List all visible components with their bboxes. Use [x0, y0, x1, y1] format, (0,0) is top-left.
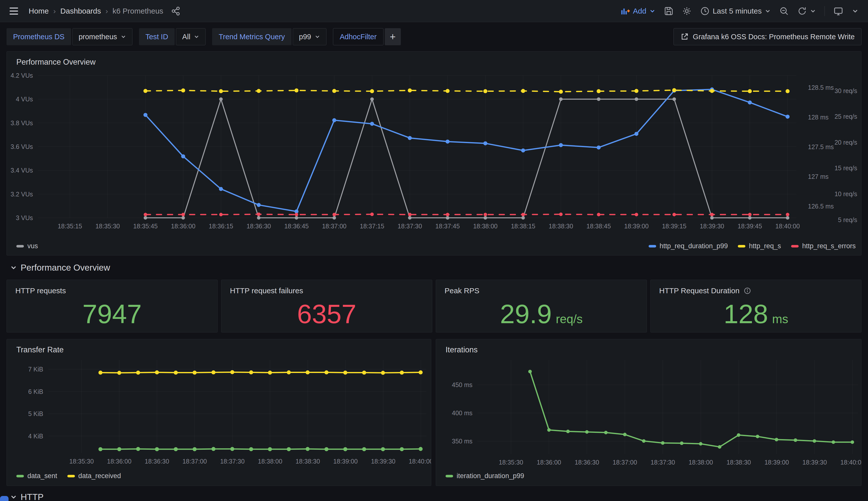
legend-item-iteration_duration_p99[interactable]: iteration_duration_p99 — [446, 472, 524, 480]
variable-label-test-id[interactable]: Test ID — [139, 28, 175, 45]
variable-value-test-id[interactable]: All — [176, 28, 206, 45]
svg-text:18:38:45: 18:38:45 — [586, 223, 611, 230]
zoom-out-time-icon[interactable] — [779, 6, 789, 16]
svg-text:18:36:30: 18:36:30 — [246, 223, 271, 230]
breadcrumb-current-dashboard: k6 Prometheus — [113, 7, 163, 15]
variable-value-text: All — [182, 33, 190, 41]
stat-panel-peak-rps: Peak RPS 29.9req/s — [436, 280, 647, 332]
svg-text:127.5 ms: 127.5 ms — [808, 143, 834, 150]
time-range-picker[interactable]: Last 5 minutes — [700, 6, 771, 16]
svg-text:4 KiB: 4 KiB — [28, 433, 43, 440]
add-button[interactable]: Add — [620, 6, 656, 16]
legend-item-http_req_duration_p99[interactable]: http_req_duration_p99 — [649, 242, 728, 250]
menu-icon[interactable] — [10, 8, 18, 14]
legend-item-http_req_s_errors[interactable]: http_req_s_errors — [791, 242, 856, 250]
svg-text:18:39:30: 18:39:30 — [802, 459, 827, 466]
stat-title[interactable]: HTTP Request Duration — [659, 287, 739, 295]
svg-text:18:37:30: 18:37:30 — [220, 458, 244, 465]
svg-text:18:40:00: 18:40:00 — [840, 459, 861, 466]
row-header-http[interactable]: HTTP — [10, 492, 43, 501]
refresh-icon — [798, 6, 807, 16]
dashboard-settings-icon[interactable] — [682, 6, 692, 16]
stat-unit: ms — [772, 312, 788, 326]
variable-value-trend-metrics-query[interactable]: p99 — [293, 28, 327, 45]
svg-text:18:36:15: 18:36:15 — [209, 223, 233, 230]
svg-text:350 ms: 350 ms — [452, 438, 472, 445]
legend-item-http_req_s[interactable]: http_req_s — [738, 242, 781, 250]
legend-swatch — [67, 475, 75, 477]
chevron-down-icon — [810, 8, 816, 14]
chart-legend: iteration_duration_p99 — [446, 472, 524, 480]
svg-text:18:35:15: 18:35:15 — [57, 223, 82, 230]
variable-value-prometheus-ds[interactable]: prometheus — [73, 28, 132, 45]
timeseries-chart[interactable]: 18:35:1518:35:3018:35:4518:36:0018:36:15… — [7, 52, 861, 256]
svg-text:18:37:30: 18:37:30 — [651, 459, 675, 466]
svg-text:18:38:15: 18:38:15 — [511, 223, 535, 230]
chevron-down-icon[interactable] — [852, 8, 858, 14]
variable-label-trend-metrics-query[interactable]: Trend Metrics Query — [212, 28, 291, 45]
svg-text:3 VUs: 3 VUs — [16, 214, 33, 221]
docs-link-text: Grafana k6 OSS Docs: Prometheus Remote W… — [693, 33, 855, 41]
variable-label-prometheus-ds[interactable]: Prometheus DS — [7, 28, 71, 45]
save-dashboard-icon[interactable] — [664, 6, 673, 16]
svg-text:3.8 VUs: 3.8 VUs — [11, 119, 33, 127]
svg-text:15 req/s: 15 req/s — [835, 164, 857, 171]
legend-item-data_sent[interactable]: data_sent — [17, 472, 57, 480]
breadcrumb-separator: › — [106, 7, 108, 15]
dashboard-controls: Prometheus DS prometheus Test ID All Tre… — [7, 28, 861, 45]
legend-swatch — [17, 245, 24, 247]
tv-cycle-view-icon[interactable] — [833, 6, 843, 16]
refresh-picker[interactable] — [798, 6, 816, 16]
stat-title[interactable]: Peak RPS — [444, 287, 479, 295]
svg-text:18:39:30: 18:39:30 — [700, 223, 724, 230]
row-title: Performance Overview — [21, 263, 110, 273]
row-header-performance-overview[interactable]: Performance Overview — [10, 263, 110, 273]
svg-text:18:38:00: 18:38:00 — [689, 459, 713, 466]
svg-text:18:36:30: 18:36:30 — [575, 459, 599, 466]
stat-panel-http-request-duration: HTTP Request Duration 128ms — [650, 280, 861, 332]
legend-item-vus[interactable]: vus — [17, 242, 38, 250]
row-title: HTTP — [21, 492, 43, 501]
add-panel-icon — [620, 6, 630, 16]
stat-panel-http-request-failures: HTTP request failures 6357 — [221, 280, 432, 332]
breadcrumb-dashboards[interactable]: Dashboards — [60, 7, 101, 15]
stat-value: 6357 — [297, 298, 356, 330]
variable-value-text: p99 — [299, 33, 311, 41]
svg-text:18:39:00: 18:39:00 — [624, 223, 649, 230]
legend-label: data_received — [78, 472, 121, 480]
svg-text:18:40:00: 18:40:00 — [775, 223, 800, 230]
panel-iterations: Iterations 18:35:3018:36:0018:36:3018:37… — [436, 339, 861, 486]
stat-title[interactable]: HTTP requests — [15, 287, 66, 295]
variable-value-text: prometheus — [79, 33, 117, 41]
adhoc-filter-label[interactable]: AdhocFilter — [333, 28, 384, 45]
breadcrumb-home[interactable]: Home — [29, 7, 49, 15]
svg-text:18:37:00: 18:37:00 — [322, 223, 346, 230]
timeseries-chart[interactable]: 18:35:3018:36:0018:36:3018:37:0018:37:30… — [7, 339, 431, 486]
add-filter-button[interactable]: + — [385, 28, 401, 45]
legend-label: data_sent — [28, 472, 57, 480]
legend-label: http_req_s — [749, 242, 781, 250]
svg-text:18:36:00: 18:36:00 — [171, 223, 195, 230]
corner-accent — [0, 496, 9, 501]
svg-text:18:38:30: 18:38:30 — [296, 458, 320, 465]
svg-text:30 req/s: 30 req/s — [835, 87, 857, 94]
docs-link-button[interactable]: Grafana k6 OSS Docs: Prometheus Remote W… — [673, 28, 861, 45]
svg-text:18:37:15: 18:37:15 — [360, 223, 384, 230]
svg-text:18:39:45: 18:39:45 — [738, 223, 762, 230]
chevron-down-icon — [121, 34, 126, 40]
stat-value: 128 — [724, 298, 768, 330]
stat-title[interactable]: HTTP request failures — [230, 287, 303, 295]
svg-text:6 KiB: 6 KiB — [28, 388, 43, 395]
info-icon[interactable] — [744, 287, 751, 295]
timeseries-chart[interactable]: 18:35:3018:36:0018:36:3018:37:0018:37:30… — [436, 339, 861, 486]
stat-value: 29.9 — [500, 298, 552, 330]
svg-text:18:37:45: 18:37:45 — [435, 223, 460, 230]
legend-label: vus — [28, 242, 38, 250]
svg-text:18:39:00: 18:39:00 — [765, 459, 789, 466]
chevron-down-icon — [10, 264, 17, 271]
svg-text:128 ms: 128 ms — [808, 114, 828, 121]
svg-text:18:39:30: 18:39:30 — [371, 458, 395, 465]
share-icon[interactable] — [171, 6, 181, 16]
svg-text:18:35:30: 18:35:30 — [499, 459, 523, 466]
legend-item-data_received[interactable]: data_received — [67, 472, 121, 480]
